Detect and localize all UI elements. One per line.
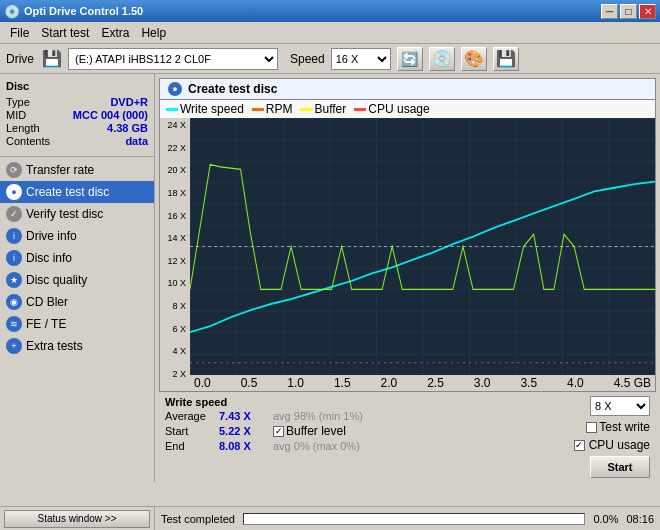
disc-info-icon: i (6, 250, 22, 266)
menu-bar: File Start test Extra Help (0, 22, 660, 44)
title-bar-title: Opti Drive Control 1.50 (24, 5, 601, 17)
x-label-20: 2.0 (381, 376, 398, 390)
drive-bar: Drive 💾 (E:) ATAPI iHBS112 2 CL0F Speed … (0, 44, 660, 74)
end-value: 8.08 X (219, 440, 269, 452)
disc-contents-val: data (125, 135, 148, 147)
save-button[interactable]: 💾 (493, 47, 519, 71)
sidebar-item-cd-bler[interactable]: ◉ CD Bler (0, 291, 154, 313)
drive-info-icon: i (6, 228, 22, 244)
legend-write-speed-label: Write speed (180, 102, 244, 116)
sidebar-item-verify-test-disc[interactable]: ✓ Verify test disc (0, 203, 154, 225)
right-panel: ● Create test disc Write speed RPM Buffe… (155, 74, 660, 482)
write-speed-label: Write speed (165, 396, 363, 408)
verify-test-disc-icon: ✓ (6, 206, 22, 222)
x-label-35: 3.5 (520, 376, 537, 390)
y-label-10: 10 X (162, 278, 188, 288)
sidebar-item-extra-tests[interactable]: + Extra tests (0, 335, 154, 357)
disc-mid-row: MID MCC 004 (000) (6, 109, 148, 121)
cpu-usage-checkbox[interactable]: ✓ (574, 440, 585, 451)
y-label-14: 14 X (162, 233, 188, 243)
status-window-button[interactable]: Status window >> (4, 510, 150, 528)
sidebar-label-cd-bler: CD Bler (26, 295, 68, 309)
average-value: 7.43 X (219, 410, 269, 422)
fe-te-icon: ≋ (6, 316, 22, 332)
disc-section-title: Disc (0, 78, 154, 94)
progress-bar (243, 513, 585, 525)
x-label-45: 4.5 GB (614, 376, 651, 390)
sidebar-label-create-test-disc: Create test disc (26, 185, 109, 199)
sidebar-label-transfer-rate: Transfer rate (26, 163, 94, 177)
disc-type-row: Type DVD+R (6, 96, 148, 108)
start-button[interactable]: Start (590, 456, 650, 478)
legend-buffer: Buffer (300, 102, 346, 116)
menu-help[interactable]: Help (135, 24, 172, 42)
sidebar-item-create-test-disc[interactable]: ● Create test disc (0, 181, 154, 203)
eject-button[interactable]: 💿 (429, 47, 455, 71)
stats-section: Write speed Average 7.43 X avg 98% (min … (159, 392, 656, 478)
extra-tests-icon: + (6, 338, 22, 354)
title-bar: 💿 Opti Drive Control 1.50 ─ □ ✕ (0, 0, 660, 22)
y-label-20: 20 X (162, 165, 188, 175)
menu-extra[interactable]: Extra (95, 24, 135, 42)
sidebar-item-disc-quality[interactable]: ★ Disc quality (0, 269, 154, 291)
x-label-25: 2.5 (427, 376, 444, 390)
sidebar-label-drive-info: Drive info (26, 229, 77, 243)
disc-type-key: Type (6, 96, 30, 108)
chart-legend: Write speed RPM Buffer CPU usage (159, 99, 656, 118)
test-write-checkbox[interactable] (586, 422, 597, 433)
y-label-2: 2 X (162, 369, 188, 379)
drive-icon: 💾 (42, 49, 62, 68)
buffer-level-label: Buffer level (286, 424, 346, 438)
stats-right: 8 X4 X Test write ✓ CPU usage Start (574, 396, 650, 478)
sidebar-item-disc-info[interactable]: i Disc info (0, 247, 154, 269)
drive-select[interactable]: (E:) ATAPI iHBS112 2 CL0F (68, 48, 278, 70)
y-label-12: 12 X (162, 256, 188, 266)
disc-length-row: Length 4.38 GB (6, 122, 148, 134)
refresh-button[interactable]: 🔄 (397, 47, 423, 71)
y-label-24: 24 X (162, 120, 188, 130)
transfer-rate-icon: ⟳ (6, 162, 22, 178)
y-label-4: 4 X (162, 346, 188, 356)
sidebar: Disc Type DVD+R MID MCC 004 (000) Length… (0, 74, 155, 482)
start-value: 5.22 X (219, 425, 269, 437)
minimize-button[interactable]: ─ (601, 4, 618, 19)
buffer-level-checkbox-row: ✓ Buffer level (273, 424, 346, 438)
x-label-05: 0.5 (241, 376, 258, 390)
speed-dropdown-row: 8 X4 X (590, 396, 650, 416)
x-label-15: 1.5 (334, 376, 351, 390)
average-extra: avg 98% (min 1%) (273, 410, 363, 422)
sidebar-divider-1 (0, 156, 154, 157)
disc-mid-val: MCC 004 (000) (73, 109, 148, 121)
chart-speed-dropdown[interactable]: 8 X4 X (590, 396, 650, 416)
status-bar: Status window >> Test completed 0.0% 08:… (0, 506, 660, 530)
disc-length-key: Length (6, 122, 40, 134)
disc-length-val: 4.38 GB (107, 122, 148, 134)
color-button[interactable]: 🎨 (461, 47, 487, 71)
y-label-22: 22 X (162, 143, 188, 153)
restore-button[interactable]: □ (620, 4, 637, 19)
sidebar-item-drive-info[interactable]: i Drive info (0, 225, 154, 247)
buffer-level-checkbox[interactable]: ✓ (273, 426, 284, 437)
disc-mid-key: MID (6, 109, 26, 121)
legend-cpu-usage-label: CPU usage (368, 102, 429, 116)
sidebar-item-fe-te[interactable]: ≋ FE / TE (0, 313, 154, 335)
y-label-6: 6 X (162, 324, 188, 334)
completed-text: Test completed (161, 513, 235, 525)
chart-svg (190, 118, 655, 375)
sidebar-item-transfer-rate[interactable]: ⟳ Transfer rate (0, 159, 154, 181)
close-button[interactable]: ✕ (639, 4, 656, 19)
end-label: End (165, 440, 215, 452)
speed-select[interactable]: 16 X8 X4 X (331, 48, 391, 70)
legend-buffer-color (300, 108, 312, 111)
y-axis: 24 X 22 X 20 X 18 X 16 X 14 X 12 X 10 X … (160, 118, 190, 391)
menu-start-test[interactable]: Start test (35, 24, 95, 42)
menu-file[interactable]: File (4, 24, 35, 42)
y-label-8: 8 X (162, 301, 188, 311)
legend-rpm-label: RPM (266, 102, 293, 116)
legend-rpm: RPM (252, 102, 293, 116)
stats-left: Write speed Average 7.43 X avg 98% (min … (165, 396, 363, 452)
disc-contents-row: Contents data (6, 135, 148, 147)
cd-bler-icon: ◉ (6, 294, 22, 310)
sidebar-label-verify-test-disc: Verify test disc (26, 207, 103, 221)
x-axis: 0.0 0.5 1.0 1.5 2.0 2.5 3.0 3.5 4.0 4.5 … (190, 375, 655, 391)
